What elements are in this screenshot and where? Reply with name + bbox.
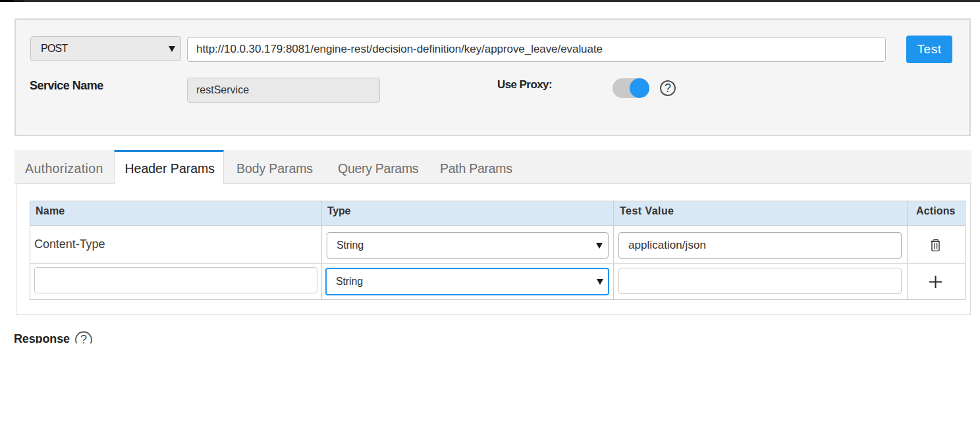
svg-text:?: ? (665, 82, 671, 95)
svg-text:?: ? (80, 333, 87, 343)
